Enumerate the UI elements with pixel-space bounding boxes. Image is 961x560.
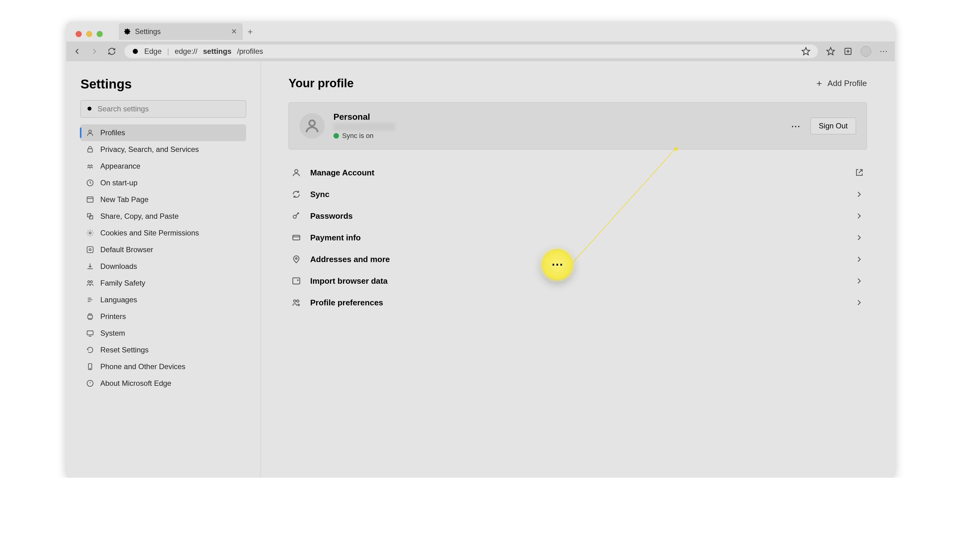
settings-content: Settings Profiles Privacy, Search, and S… bbox=[66, 61, 895, 478]
sidebar-item-icon bbox=[86, 296, 94, 304]
sidebar-item-printers[interactable]: Printers bbox=[80, 308, 246, 325]
gear-icon bbox=[124, 28, 131, 35]
favorites-button[interactable] bbox=[826, 47, 835, 56]
sign-out-button[interactable]: Sign Out bbox=[810, 117, 856, 134]
sidebar-item-label: Downloads bbox=[100, 262, 137, 271]
sidebar-item-cookies-and-site-permissions[interactable]: Cookies and Site Permissions bbox=[80, 225, 246, 241]
profile-row-import-browser-data[interactable]: Import browser data bbox=[289, 270, 867, 292]
row-label: Profile preferences bbox=[310, 298, 383, 308]
row-icon bbox=[292, 168, 301, 177]
new-tab-button[interactable]: ＋ bbox=[246, 26, 254, 37]
search-settings[interactable] bbox=[80, 100, 246, 117]
back-button[interactable] bbox=[72, 47, 82, 56]
sidebar-item-about-microsoft-edge[interactable]: About Microsoft Edge bbox=[80, 375, 246, 392]
window-minimize-button[interactable] bbox=[86, 31, 92, 37]
row-label: Sync bbox=[310, 190, 329, 199]
sidebar-item-label: Printers bbox=[100, 312, 126, 321]
sidebar-item-on-start-up[interactable]: On start-up bbox=[80, 175, 246, 191]
profile-avatar bbox=[299, 113, 325, 139]
sidebar-item-icon bbox=[86, 179, 94, 187]
tab-strip: Settings ✕ ＋ bbox=[66, 22, 895, 42]
sidebar-item-label: Cookies and Site Permissions bbox=[100, 229, 199, 237]
favorite-button[interactable] bbox=[801, 47, 810, 56]
profile-avatar-button[interactable] bbox=[861, 46, 871, 57]
profile-more-button[interactable]: ⋯ bbox=[791, 121, 801, 132]
svg-point-22 bbox=[293, 215, 296, 218]
sidebar-item-icon bbox=[86, 313, 94, 321]
sidebar-item-label: Privacy, Search, and Services bbox=[100, 145, 199, 154]
address-product: Edge bbox=[144, 47, 162, 56]
sidebar-item-icon bbox=[86, 162, 94, 170]
browser-toolbar: Edge | edge://settings/profiles ⋯ bbox=[66, 42, 895, 61]
edge-icon bbox=[132, 48, 139, 55]
chevron-right-icon bbox=[855, 298, 864, 307]
sidebar-item-downloads[interactable]: Downloads bbox=[80, 258, 246, 275]
row-icon bbox=[292, 211, 301, 221]
sidebar-item-languages[interactable]: Languages bbox=[80, 292, 246, 308]
settings-heading: Settings bbox=[80, 77, 246, 91]
browser-window: Settings ✕ ＋ Edge | edge://settings/prof… bbox=[66, 22, 895, 478]
sidebar-item-appearance[interactable]: Appearance bbox=[80, 158, 246, 175]
row-icon bbox=[292, 298, 301, 307]
profile-row-passwords[interactable]: Passwords bbox=[289, 205, 867, 227]
profile-row-manage-account[interactable]: Manage Account bbox=[289, 162, 867, 183]
forward-button[interactable] bbox=[90, 47, 99, 56]
plus-icon bbox=[815, 80, 823, 88]
sidebar-item-icon bbox=[86, 212, 94, 220]
menu-button[interactable]: ⋯ bbox=[879, 47, 889, 56]
sidebar-item-family-safety[interactable]: Family Safety bbox=[80, 275, 246, 292]
sidebar-item-default-browser[interactable]: Default Browser bbox=[80, 241, 246, 258]
sidebar-item-label: Appearance bbox=[100, 162, 140, 170]
sidebar-item-profiles[interactable]: Profiles bbox=[80, 124, 246, 141]
sidebar-item-label: Family Safety bbox=[100, 279, 145, 287]
window-controls bbox=[76, 31, 103, 37]
window-maximize-button[interactable] bbox=[96, 31, 103, 37]
sidebar-item-reset-settings[interactable]: Reset Settings bbox=[80, 342, 246, 358]
sidebar-item-label: Default Browser bbox=[100, 246, 153, 254]
search-input[interactable] bbox=[98, 104, 240, 113]
sidebar-item-share-copy-and-paste[interactable]: Share, Copy, and Paste bbox=[80, 208, 246, 225]
svg-point-26 bbox=[294, 300, 296, 302]
address-bar[interactable]: Edge | edge://settings/profiles bbox=[124, 45, 818, 58]
tab-settings[interactable]: Settings ✕ bbox=[119, 23, 243, 40]
svg-point-1 bbox=[133, 49, 138, 54]
settings-main: Your profile Add Profile Personal Sync i… bbox=[261, 61, 895, 478]
sidebar-item-privacy-search-and-services[interactable]: Privacy, Search, and Services bbox=[80, 141, 246, 158]
profile-email-blurred bbox=[333, 123, 395, 130]
profile-row-profile-preferences[interactable]: Profile preferences bbox=[289, 292, 867, 313]
svg-point-14 bbox=[90, 281, 93, 283]
tab-close-button[interactable]: ✕ bbox=[231, 27, 237, 36]
settings-sidebar: Settings Profiles Privacy, Search, and S… bbox=[66, 61, 261, 478]
sidebar-item-phone-and-other-devices[interactable]: Phone and Other Devices bbox=[80, 358, 246, 375]
svg-point-12 bbox=[89, 249, 91, 251]
sidebar-item-icon bbox=[86, 229, 94, 237]
sync-status-label: Sync is on bbox=[342, 132, 374, 140]
svg-point-27 bbox=[297, 300, 299, 302]
profile-row-payment-info[interactable]: Payment info bbox=[289, 227, 867, 249]
page-title: Your profile bbox=[289, 77, 354, 90]
window-close-button[interactable] bbox=[76, 31, 82, 37]
add-profile-button[interactable]: Add Profile bbox=[815, 79, 867, 88]
tab-label: Settings bbox=[135, 27, 161, 36]
profile-row-sync[interactable]: Sync bbox=[289, 183, 867, 205]
address-url-prefix: edge:// bbox=[175, 47, 197, 56]
profile-card: Personal Sync is on ⋯ Sign Out bbox=[289, 103, 867, 149]
sidebar-item-system[interactable]: System bbox=[80, 325, 246, 342]
sidebar-item-icon bbox=[86, 329, 94, 337]
profile-name: Personal bbox=[333, 112, 395, 122]
sidebar-item-icon bbox=[86, 346, 94, 354]
sidebar-item-icon bbox=[86, 279, 94, 287]
row-label: Manage Account bbox=[310, 168, 374, 178]
sidebar-item-icon bbox=[86, 246, 94, 254]
profile-row-addresses-and-more[interactable]: Addresses and more bbox=[289, 249, 867, 270]
chevron-right-icon bbox=[855, 211, 864, 221]
row-label: Import browser data bbox=[310, 276, 387, 286]
collections-button[interactable] bbox=[843, 47, 853, 56]
svg-rect-11 bbox=[87, 247, 93, 253]
svg-point-18 bbox=[90, 368, 90, 369]
refresh-button[interactable] bbox=[107, 47, 116, 56]
sidebar-item-label: Phone and Other Devices bbox=[100, 362, 185, 371]
sidebar-item-new-tab-page[interactable]: New Tab Page bbox=[80, 191, 246, 208]
sidebar-item-label: On start-up bbox=[100, 178, 137, 187]
svg-point-13 bbox=[88, 281, 90, 283]
